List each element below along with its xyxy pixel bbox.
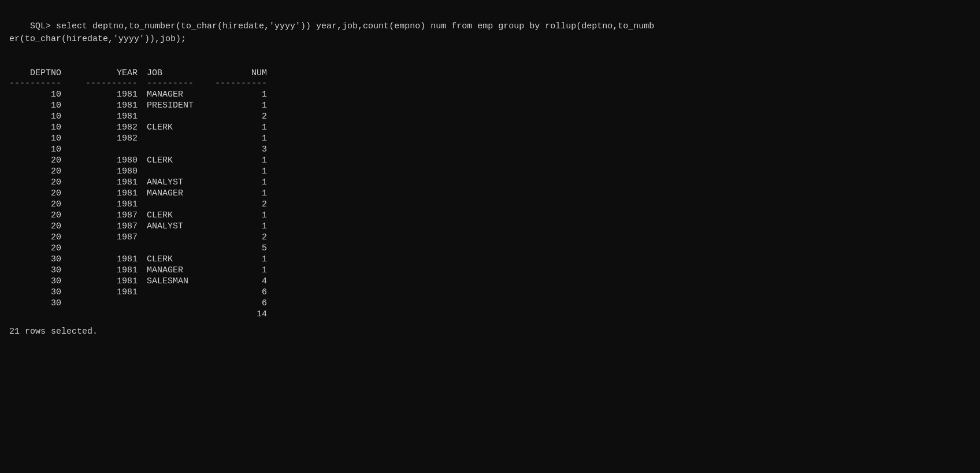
cell-year xyxy=(84,298,142,309)
cell-job xyxy=(142,144,211,155)
cell-deptno: 10 xyxy=(9,122,84,133)
cell-job: CLERK xyxy=(142,122,211,133)
cell-num: 1 xyxy=(211,210,269,221)
cell-num: 6 xyxy=(211,298,269,309)
terminal-window: SQL> select deptno,to_number(to_char(hir… xyxy=(9,7,971,337)
cell-year: 1987 xyxy=(84,221,142,232)
column-headers: DEPTNO YEAR JOB NUM xyxy=(9,68,269,78)
table-row: 3019816 xyxy=(9,287,269,298)
result-table: DEPTNO YEAR JOB NUM ---------- ---------… xyxy=(9,68,269,320)
sep-job: --------- xyxy=(142,78,211,89)
cell-year xyxy=(84,144,142,155)
table-row: 301981CLERK1 xyxy=(9,254,269,265)
cell-deptno: 20 xyxy=(9,221,84,232)
cell-num: 2 xyxy=(211,111,269,122)
cell-deptno: 20 xyxy=(9,243,84,254)
cell-year: 1981 xyxy=(84,287,142,298)
cell-num: 1 xyxy=(211,221,269,232)
query-line2: er(to_char(hiredate,'yyyy')),job); xyxy=(9,34,186,44)
cell-job xyxy=(142,166,211,177)
cell-num: 3 xyxy=(211,144,269,155)
cell-job xyxy=(142,111,211,122)
cell-job xyxy=(142,133,211,144)
cell-deptno: 20 xyxy=(9,166,84,177)
table-row: 1019821 xyxy=(9,133,269,144)
cell-job: ANALYST xyxy=(142,177,211,188)
cell-year: 1981 xyxy=(84,199,142,210)
cell-job xyxy=(142,298,211,309)
cell-num: 1 xyxy=(211,133,269,144)
sep-num: ---------- xyxy=(211,78,269,89)
table-row: 2019812 xyxy=(9,199,269,210)
table-row: 101981PRESIDENT1 xyxy=(9,100,269,111)
cell-num: 1 xyxy=(211,265,269,276)
cell-year: 1981 xyxy=(84,111,142,122)
cell-deptno: 10 xyxy=(9,111,84,122)
cell-year xyxy=(84,309,142,320)
cell-deptno: 10 xyxy=(9,133,84,144)
cell-year: 1981 xyxy=(84,100,142,111)
sep-year: ---------- xyxy=(84,78,142,89)
sep-deptno: ---------- xyxy=(9,78,84,89)
header-year: YEAR xyxy=(84,68,142,78)
table-row: 14 xyxy=(9,309,269,320)
table-row: 101981MANAGER1 xyxy=(9,89,269,100)
cell-year: 1980 xyxy=(84,166,142,177)
table-row: 2019872 xyxy=(9,232,269,243)
sql-prompt: SQL> xyxy=(30,21,56,31)
cell-num: 1 xyxy=(211,254,269,265)
header-deptno: DEPTNO xyxy=(9,68,84,78)
cell-deptno xyxy=(9,309,84,320)
rows-selected: 21 rows selected. xyxy=(9,327,971,337)
cell-year: 1981 xyxy=(84,265,142,276)
cell-num: 1 xyxy=(211,122,269,133)
cell-job: PRESIDENT xyxy=(142,100,211,111)
cell-num: 1 xyxy=(211,188,269,199)
cell-year xyxy=(84,243,142,254)
cell-year: 1980 xyxy=(84,155,142,166)
cell-deptno: 10 xyxy=(9,100,84,111)
cell-job xyxy=(142,309,211,320)
table-row: 301981MANAGER1 xyxy=(9,265,269,276)
cell-year: 1982 xyxy=(84,122,142,133)
cell-year: 1982 xyxy=(84,133,142,144)
cell-job: MANAGER xyxy=(142,265,211,276)
cell-deptno: 20 xyxy=(9,177,84,188)
cell-num: 1 xyxy=(211,166,269,177)
cell-num: 1 xyxy=(211,155,269,166)
cell-job: MANAGER xyxy=(142,188,211,199)
header-num: NUM xyxy=(211,68,269,78)
table-row: 201987CLERK1 xyxy=(9,210,269,221)
cell-year: 1981 xyxy=(84,276,142,287)
cell-job xyxy=(142,287,211,298)
separator-row: ---------- ---------- --------- --------… xyxy=(9,78,269,89)
cell-job xyxy=(142,243,211,254)
cell-num: 2 xyxy=(211,199,269,210)
table-row: 301981SALESMAN4 xyxy=(9,276,269,287)
cell-job: SALESMAN xyxy=(142,276,211,287)
cell-job: ANALYST xyxy=(142,221,211,232)
table-row: 201980CLERK1 xyxy=(9,155,269,166)
cell-year: 1981 xyxy=(84,177,142,188)
cell-deptno: 20 xyxy=(9,199,84,210)
query-line1: select deptno,to_number(to_char(hiredate… xyxy=(56,21,654,31)
cell-num: 1 xyxy=(211,89,269,100)
cell-year: 1981 xyxy=(84,89,142,100)
cell-deptno: 20 xyxy=(9,155,84,166)
cell-deptno: 10 xyxy=(9,89,84,100)
cell-job: CLERK xyxy=(142,155,211,166)
cell-year: 1981 xyxy=(84,254,142,265)
table-row: 103 xyxy=(9,144,269,155)
cell-deptno: 30 xyxy=(9,298,84,309)
table-row: 2019801 xyxy=(9,166,269,177)
table-row: 205 xyxy=(9,243,269,254)
cell-job: CLERK xyxy=(142,254,211,265)
cell-deptno: 30 xyxy=(9,287,84,298)
cell-deptno: 30 xyxy=(9,276,84,287)
cell-deptno: 30 xyxy=(9,254,84,265)
table-row: 201981ANALYST1 xyxy=(9,177,269,188)
cell-job xyxy=(142,232,211,243)
cell-job xyxy=(142,199,211,210)
cell-job: CLERK xyxy=(142,210,211,221)
cell-year: 1987 xyxy=(84,210,142,221)
